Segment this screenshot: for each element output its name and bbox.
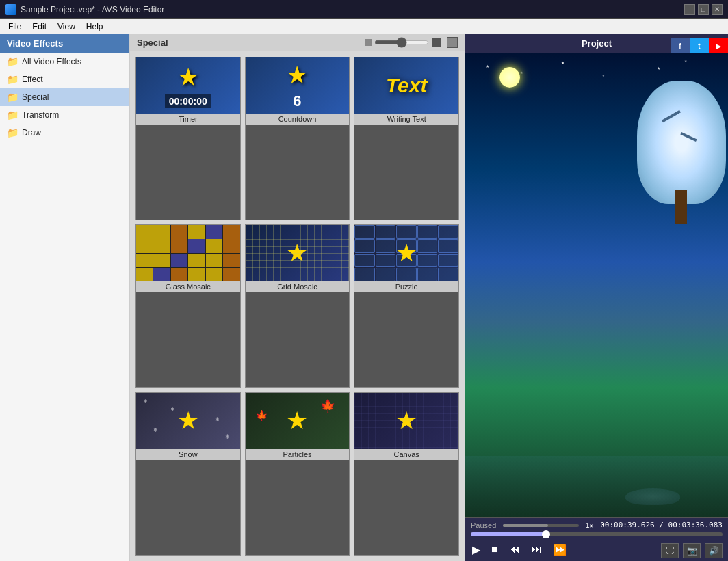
facebook-button[interactable]: f (671, 38, 690, 53)
sidebar: Video Effects 📁 All Video Effects 📁 Effe… (0, 34, 130, 561)
puzzle-star-icon: ★ (395, 239, 417, 268)
stop-button[interactable]: ■ (490, 542, 499, 557)
snowflake-icon: ❄ (225, 434, 230, 440)
snowflake-icon: ❄ (215, 417, 220, 423)
star-particle: ★ (520, 70, 523, 75)
playback-speed: 1x (586, 521, 594, 530)
effect-snow-label: Snow (136, 449, 240, 460)
menubar: File Edit View Help f t ▶ (0, 19, 728, 34)
particles-star-icon: ★ (286, 406, 308, 435)
effect-countdown[interactable]: ★ 6 Countdown (245, 57, 350, 220)
playback-bar: Paused 1x 00:00:39.626 / 00:03:36.083 ▶ … (465, 517, 728, 561)
folder-icon: 📁 (7, 92, 18, 103)
effect-glass-mosaic[interactable]: Glass Mosaic (135, 224, 241, 388)
fullscreen-button[interactable]: ⛶ (661, 543, 679, 558)
effect-snow-thumb: ❄ ❄ ❄ ❄ ❄ ★ (136, 393, 240, 449)
writing-text-label: Text (386, 74, 428, 97)
volume-bar[interactable] (503, 524, 578, 527)
star-particle: ★ (602, 74, 605, 77)
folder-icon: 📁 (7, 56, 18, 67)
tree-trunk (675, 190, 687, 224)
time-current: 00:00:39.626 (600, 521, 654, 530)
seek-progress (471, 532, 546, 536)
menu-help[interactable]: Help (81, 21, 109, 33)
snowflake-icon: ❄ (170, 406, 175, 413)
zoom-slider[interactable] (374, 40, 429, 44)
titlebar-left: Sample Project.vep* - AVS Video Editor (5, 4, 164, 15)
time-display: 00:00:39.626 / 00:03:36.083 (600, 521, 723, 530)
sidebar-item-all-effects[interactable]: 📁 All Video Effects (0, 53, 129, 70)
timer-time-text: 00:00:00 (165, 94, 211, 108)
snow-star-icon: ★ (177, 406, 199, 435)
time-total: 00:03:36.083 (668, 521, 723, 530)
prev-button[interactable]: ⏮ (508, 542, 521, 557)
sidebar-item-effect[interactable]: 📁 Effect (0, 70, 129, 88)
snowflake-icon: ❄ (153, 427, 158, 433)
tree-reflection (625, 476, 680, 517)
status-bar: Paused 1x 00:00:39.626 / 00:03:36.083 (471, 521, 723, 530)
twitter-button[interactable]: t (690, 38, 709, 53)
close-button[interactable]: ✕ (712, 4, 723, 15)
preview-scene: ★ ★ ★ ★ ★ ★ (465, 53, 728, 517)
main-area: Video Effects 📁 All Video Effects 📁 Effe… (0, 34, 728, 561)
star-particle: ★ (684, 59, 687, 63)
effect-canvas[interactable]: ★ Canvas (354, 392, 459, 556)
effect-glass-mosaic-thumb (136, 225, 240, 281)
forward-button[interactable]: ⏩ (551, 542, 568, 558)
seek-bar[interactable] (471, 532, 723, 536)
snowflake-icon: ❄ (143, 398, 148, 404)
effect-glass-mosaic-label: Glass Mosaic (136, 281, 240, 292)
minimize-button[interactable]: — (684, 4, 695, 15)
water-ground (465, 456, 728, 517)
youtube-button[interactable]: ▶ (709, 38, 728, 53)
folder-icon: 📁 (7, 127, 18, 138)
audio-button[interactable]: 🔊 (705, 543, 723, 558)
effect-writing-text-label: Writing Text (354, 114, 458, 125)
playback-controls: ▶ ■ ⏮ ⏭ ⏩ (471, 542, 568, 558)
grid-view-icon[interactable] (447, 37, 458, 48)
maximize-button[interactable]: □ (698, 4, 709, 15)
effect-particles-thumb: 🍁 🍁 ★ (246, 393, 350, 449)
tree-canopy (637, 81, 726, 204)
next-button[interactable]: ⏭ (530, 542, 543, 557)
seek-thumb[interactable] (542, 530, 550, 538)
effect-puzzle[interactable]: ★ Puzzle (354, 224, 459, 388)
effect-countdown-label: Countdown (246, 114, 350, 125)
center-panel: Special ★ 00:00:00 Timer (130, 34, 465, 561)
snapshot-button[interactable]: 📷 (683, 543, 701, 558)
menu-edit[interactable]: Edit (27, 21, 52, 33)
star-particle: ★ (657, 66, 660, 70)
effect-particles[interactable]: 🍁 🍁 ★ Particles (245, 392, 350, 556)
effect-writing-text[interactable]: Text Writing Text (354, 57, 459, 220)
effect-grid-mosaic[interactable]: ★ Grid Mosaic (245, 224, 350, 388)
star-particle: ★ (561, 60, 564, 65)
effect-timer[interactable]: ★ 00:00:00 Timer (135, 57, 241, 220)
zoom-max-icon (432, 38, 441, 47)
sidebar-header: Video Effects (0, 34, 129, 53)
social-icons: f t ▶ (671, 38, 728, 53)
sidebar-item-transform[interactable]: 📁 Transform (0, 106, 129, 124)
countdown-star-icon: ★ (286, 61, 308, 90)
status-text: Paused (471, 521, 496, 530)
sidebar-item-draw[interactable]: 📁 Draw (0, 124, 129, 142)
effect-canvas-thumb: ★ (354, 393, 458, 449)
effect-timer-thumb: ★ 00:00:00 (136, 57, 240, 114)
volume-fill (503, 524, 548, 527)
play-button[interactable]: ▶ (471, 542, 482, 558)
leaf-icon: 🍁 (256, 410, 268, 421)
menu-file[interactable]: File (3, 21, 27, 33)
moon (499, 67, 520, 88)
sidebar-item-special[interactable]: 📁 Special (0, 88, 129, 106)
preview-area: ★ ★ ★ ★ ★ ★ (465, 53, 728, 517)
effect-countdown-thumb: ★ 6 (246, 57, 350, 114)
menu-view[interactable]: View (52, 21, 81, 33)
right-tool-buttons: ⛶ 📷 🔊 (661, 543, 723, 558)
folder-icon: 📁 (7, 74, 18, 85)
effect-snow[interactable]: ❄ ❄ ❄ ❄ ❄ ★ Snow (135, 392, 241, 556)
glass-mosaic-grid (136, 225, 240, 281)
window-controls[interactable]: — □ ✕ (684, 4, 723, 15)
svg-rect-0 (354, 393, 458, 449)
effect-puzzle-label: Puzzle (354, 281, 458, 292)
star-particle: ★ (486, 64, 489, 68)
effect-writing-text-thumb: Text (354, 57, 458, 114)
